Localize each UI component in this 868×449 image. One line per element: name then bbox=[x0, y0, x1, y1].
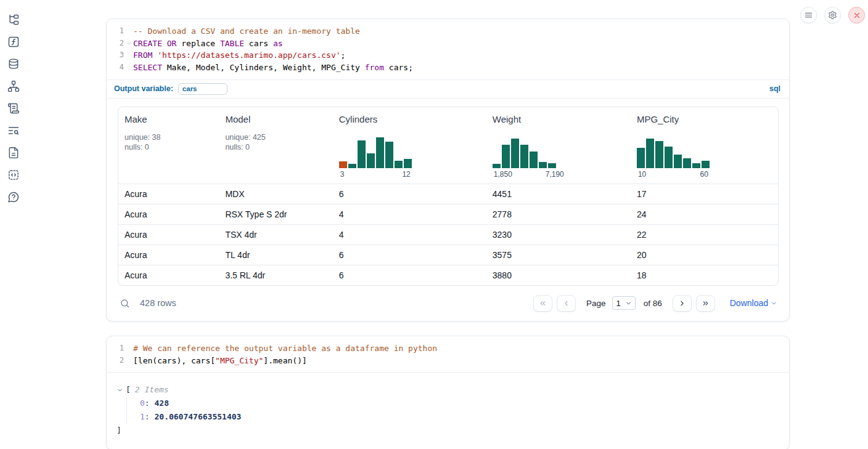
fold-chevron-icon[interactable] bbox=[126, 41, 132, 46]
page-count-label: of 86 bbox=[644, 299, 662, 308]
tree-item-colon: : bbox=[145, 398, 155, 408]
table-cell: 24 bbox=[631, 204, 778, 224]
histogram-bar[interactable] bbox=[339, 161, 347, 168]
histogram-bar[interactable] bbox=[511, 139, 519, 168]
column-name[interactable]: Make bbox=[125, 114, 213, 124]
python-code-editor[interactable]: 1# We can reference the output variable … bbox=[107, 336, 789, 372]
histogram-bar[interactable] bbox=[385, 142, 393, 168]
histogram-bar[interactable] bbox=[692, 163, 700, 168]
histogram-bar[interactable] bbox=[702, 161, 710, 168]
network-icon[interactable] bbox=[7, 80, 20, 92]
table-row[interactable]: AcuraTL 4dr6357520 bbox=[118, 245, 778, 265]
histogram-bar[interactable] bbox=[395, 161, 403, 168]
histogram-bar[interactable] bbox=[520, 145, 528, 168]
tree-item-key: 0 bbox=[140, 398, 145, 408]
window-controls bbox=[800, 7, 865, 23]
histogram-bar[interactable] bbox=[539, 162, 547, 168]
column-histogram: 312 bbox=[339, 137, 480, 179]
table-header-row: Makeunique: 38nulls: 0Modelunique: 425nu… bbox=[118, 107, 778, 184]
table-cell: 18 bbox=[631, 265, 778, 285]
table-cell: 4 bbox=[333, 204, 486, 224]
axis-min-label: 1,850 bbox=[494, 170, 512, 179]
sql-cell-output: Makeunique: 38nulls: 0Modelunique: 425nu… bbox=[107, 98, 789, 321]
tree-item-key: 1 bbox=[140, 412, 145, 421]
histogram-bar[interactable] bbox=[646, 139, 654, 168]
settings-gear-icon[interactable] bbox=[824, 7, 841, 23]
column-stat: unique: 38 bbox=[125, 132, 213, 143]
column-name[interactable]: Weight bbox=[493, 114, 624, 124]
token: replace bbox=[176, 39, 219, 48]
histogram-bar[interactable] bbox=[502, 145, 510, 168]
table-cell: 6 bbox=[333, 184, 486, 204]
tree-close-bracket: ] bbox=[117, 424, 778, 437]
table-cell: Acura bbox=[118, 204, 219, 224]
column-header-mpg_city: MPG_City1060 bbox=[631, 107, 778, 184]
histogram-axis: 1060 bbox=[637, 170, 710, 179]
snippets-icon[interactable] bbox=[7, 169, 20, 181]
histogram-bars[interactable] bbox=[339, 137, 412, 168]
column-header-make: Makeunique: 38nulls: 0 bbox=[118, 107, 219, 184]
database-icon[interactable] bbox=[7, 58, 20, 70]
tree-item: 1: 20.060747663551403 bbox=[140, 410, 778, 424]
histogram-bars[interactable] bbox=[493, 137, 565, 168]
tree-item-value: 20.060747663551403 bbox=[154, 412, 241, 421]
histogram-bar[interactable] bbox=[548, 163, 556, 168]
chevron-down-icon[interactable] bbox=[117, 387, 123, 394]
histogram-bar[interactable] bbox=[683, 158, 691, 168]
table-row[interactable]: AcuraRSX Type S 2dr4277824 bbox=[118, 204, 778, 224]
page-select[interactable]: 1 bbox=[612, 296, 635, 310]
histogram-bar[interactable] bbox=[665, 147, 673, 168]
histogram-bar[interactable] bbox=[376, 137, 384, 168]
scroll-text-icon[interactable] bbox=[7, 102, 20, 115]
table-cell: 20 bbox=[631, 245, 778, 265]
table-row[interactable]: Acura3.5 RL 4dr6388018 bbox=[118, 265, 778, 285]
column-name[interactable]: Model bbox=[225, 114, 326, 124]
column-name[interactable]: Cylinders bbox=[339, 114, 480, 124]
previous-page-button[interactable] bbox=[557, 295, 576, 312]
last-page-button[interactable] bbox=[696, 295, 715, 312]
histogram-bar[interactable] bbox=[637, 148, 645, 168]
histogram-bar[interactable] bbox=[674, 155, 682, 168]
token: Make, Model, Cylinders, Weight, MPG_City bbox=[162, 63, 365, 72]
first-page-button[interactable] bbox=[533, 295, 552, 312]
histogram-bar[interactable] bbox=[493, 164, 501, 168]
column-stats: unique: 425nulls: 0 bbox=[225, 132, 326, 153]
histogram-bar[interactable] bbox=[530, 152, 538, 168]
sql-code-editor[interactable]: 1-- Download a CSV and create an in-memo… bbox=[107, 19, 789, 79]
help-chat-icon[interactable] bbox=[7, 191, 20, 203]
column-stat: nulls: 0 bbox=[225, 142, 326, 153]
line-number: 3 bbox=[107, 49, 125, 62]
line-number: 4 bbox=[107, 62, 125, 74]
file-text-icon[interactable] bbox=[7, 147, 20, 159]
token: cars; bbox=[384, 63, 413, 72]
line-number: 2 bbox=[107, 38, 125, 50]
table-row[interactable]: AcuraMDX6445117 bbox=[118, 184, 778, 204]
histogram-bars[interactable] bbox=[637, 137, 710, 168]
code-content: SELECT Make, Model, Cylinders, Weight, M… bbox=[125, 62, 413, 74]
histogram-bar[interactable] bbox=[367, 153, 375, 168]
sql-cell: 1-- Download a CSV and create an in-memo… bbox=[106, 18, 790, 322]
pagination: Page 1 of 86 bbox=[533, 295, 715, 312]
axis-max-label: 7,190 bbox=[546, 170, 564, 179]
histogram-axis: 1,8507,190 bbox=[493, 170, 565, 179]
function-square-icon[interactable] bbox=[7, 36, 20, 48]
download-button[interactable]: Download bbox=[730, 298, 777, 308]
table-row[interactable]: AcuraTSX 4dr4323022 bbox=[118, 224, 778, 245]
token bbox=[152, 51, 157, 60]
text-search-icon[interactable] bbox=[7, 124, 20, 137]
column-name[interactable]: MPG_City bbox=[637, 114, 772, 124]
shutdown-x-icon[interactable] bbox=[848, 7, 865, 23]
menu-icon[interactable] bbox=[800, 7, 817, 23]
histogram-bar[interactable] bbox=[655, 141, 663, 168]
output-variable-input[interactable] bbox=[178, 83, 227, 95]
histogram-bar[interactable] bbox=[404, 159, 412, 168]
histogram-bar[interactable] bbox=[358, 140, 366, 168]
table-cell: 17 bbox=[631, 184, 778, 204]
token: ; bbox=[341, 51, 346, 60]
language-tag[interactable]: sql bbox=[769, 84, 780, 93]
next-page-button[interactable] bbox=[673, 295, 692, 312]
code-content: FROM 'https://datasets.marimo.app/cars.c… bbox=[125, 49, 345, 62]
histogram-bar[interactable] bbox=[348, 164, 356, 168]
search-icon[interactable] bbox=[120, 298, 130, 309]
file-tree-icon[interactable] bbox=[7, 14, 20, 26]
